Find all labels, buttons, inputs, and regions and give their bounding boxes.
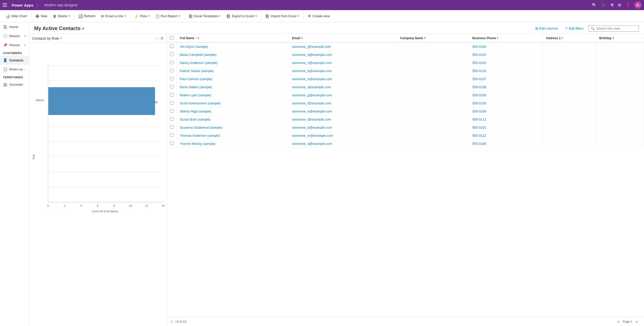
chart-title-dropdown-icon[interactable]: ▾ — [60, 37, 62, 40]
cell-full-name[interactable]: Susanna Stubberod (sample) — [177, 124, 289, 132]
email-col-dropdown-icon[interactable]: ▾ — [301, 37, 302, 39]
sidebar-item-modern-app[interactable]: 📋 Modern app designe... — [0, 65, 29, 74]
cell-full-name[interactable]: Nancy Anderson (sample) — [177, 59, 289, 67]
row-checkbox-2[interactable] — [170, 61, 173, 64]
flow-button[interactable]: ⚡ Flow ▾ — [132, 13, 152, 19]
cell-business-phone[interactable]: 555-0104 — [469, 107, 543, 115]
col-birthday[interactable]: Birthday ▾ — [596, 34, 644, 42]
cell-full-name[interactable]: Rene Valdes (sample) — [177, 83, 289, 91]
next-page-button[interactable]: ▶ — [634, 319, 640, 324]
row-checkbox-cell[interactable] — [167, 124, 177, 132]
birthday-col-dropdown-icon[interactable]: ▾ — [613, 37, 614, 39]
import-excel-button[interactable]: 📗 Import from Excel ▾ — [263, 13, 302, 19]
chart-menu-button[interactable]: ⋯ — [155, 36, 159, 41]
cell-email[interactable]: someone_a@example.com — [289, 140, 397, 148]
cell-business-phone[interactable]: 555-0111 — [469, 115, 543, 124]
edit-filters-button[interactable]: ▽ Edit filters — [563, 26, 585, 31]
cell-full-name[interactable]: Susan Burk (sample) — [177, 115, 289, 124]
cell-email[interactable]: someone_e@example.com — [289, 107, 397, 115]
cell-business-phone[interactable]: 555-0103 — [469, 51, 543, 59]
cell-full-name[interactable]: Thomas Andersen (sample) — [177, 132, 289, 140]
filter-icon[interactable]: ⚗ — [610, 3, 614, 8]
view-title-dropdown-icon[interactable]: ▾ — [82, 27, 84, 31]
select-all-checkbox-header[interactable] — [167, 34, 177, 42]
select-all-checkbox[interactable] — [170, 36, 173, 39]
run-report-button[interactable]: 📋 Run Report ▾ — [153, 13, 183, 19]
edit-columns-button[interactable]: ⊞ Edit columns — [533, 26, 560, 31]
sidebar-item-recent[interactable]: 🕐 Recent ▾ — [0, 31, 29, 40]
cell-full-name[interactable]: Jim Glynn (sample) — [177, 42, 289, 51]
refresh-button[interactable]: 🔄 Refresh — [76, 13, 98, 19]
col-business-phone[interactable]: Business Phone ▾ — [469, 34, 543, 42]
add-icon[interactable]: ➕ — [601, 3, 606, 8]
cell-email[interactable]: someone_j@example.com — [289, 42, 397, 51]
row-checkbox-4[interactable] — [170, 77, 173, 80]
cell-email[interactable]: someone_f@example.com — [289, 99, 397, 107]
row-checkbox-12[interactable] — [170, 142, 173, 145]
row-checkbox-1[interactable] — [170, 53, 173, 56]
cell-full-name[interactable]: Scott Konersmann (sample) — [177, 99, 289, 107]
cell-full-name[interactable]: Paul Cannon (sample) — [177, 75, 289, 83]
col-dropdown-icon[interactable]: ▾ — [197, 37, 199, 39]
cell-full-name[interactable]: Yvonne McKay (sample) — [177, 140, 289, 148]
avatar[interactable]: JL — [634, 2, 641, 9]
row-checkbox-9[interactable] — [170, 117, 173, 121]
row-checkbox-6[interactable] — [170, 93, 173, 97]
delete-button[interactable]: 🗑 Delete ▾ — [50, 13, 73, 19]
cell-full-name[interactable]: Sidney Higa (sample) — [177, 107, 289, 115]
row-checkbox-8[interactable] — [170, 109, 173, 113]
sidebar-item-pinned[interactable]: 📌 Pinned ▾ — [0, 40, 29, 50]
row-checkbox-cell[interactable] — [167, 107, 177, 115]
cell-business-phone[interactable]: 555-0110 — [469, 67, 543, 75]
cell-business-phone[interactable]: 555-0102 — [469, 59, 543, 67]
row-checkbox-cell[interactable] — [167, 59, 177, 67]
row-checkbox-cell[interactable] — [167, 132, 177, 140]
row-checkbox-5[interactable] — [170, 85, 173, 88]
cell-business-phone[interactable]: 555-0109 — [469, 42, 543, 51]
search-input[interactable] — [596, 27, 637, 30]
cell-email[interactable]: someone_d@example.com — [289, 51, 397, 59]
export-excel-button[interactable]: 📗 Export to Excel ▾ — [224, 13, 259, 19]
row-checkbox-7[interactable] — [170, 101, 173, 105]
cell-email[interactable]: someone_i@example.com — [289, 83, 397, 91]
row-checkbox-cell[interactable] — [167, 91, 177, 99]
row-checkbox-3[interactable] — [170, 69, 173, 72]
excel-templates-button[interactable]: 📗 Excel Templates ▾ — [186, 13, 223, 19]
row-checkbox-cell[interactable] — [167, 67, 177, 75]
search-box[interactable]: 🔍 — [588, 25, 639, 32]
col-email[interactable]: Email ▾ — [289, 34, 397, 42]
cell-full-name[interactable]: Maria Campbell (sample) — [177, 51, 289, 59]
phone-col-dropdown-icon[interactable]: ▾ — [497, 37, 498, 39]
create-view-button[interactable]: 👁 Create view — [305, 13, 332, 19]
sidebar-item-home[interactable]: 🏠 Home — [0, 22, 29, 31]
row-checkbox-cell[interactable] — [167, 42, 177, 51]
cell-email[interactable]: someone_m@example.com — [289, 132, 397, 140]
row-checkbox-cell[interactable] — [167, 99, 177, 107]
col-company-name[interactable]: Company Name ▾ — [397, 34, 469, 42]
sidebar-item-accounts[interactable]: 🏢 Accounts — [0, 80, 29, 89]
cell-email[interactable]: someone_k@example.com — [289, 67, 397, 75]
cell-business-phone[interactable]: 555-0112 — [469, 132, 543, 140]
row-checkbox-0[interactable] — [170, 44, 173, 48]
cell-business-phone[interactable]: 555-0101 — [469, 124, 543, 132]
row-checkbox-cell[interactable] — [167, 83, 177, 91]
chart-close-button[interactable]: ✕ — [160, 36, 164, 41]
hide-chart-button[interactable]: 📊 Hide Chart — [3, 13, 29, 19]
search-icon[interactable]: 🔍 — [592, 3, 597, 8]
row-checkbox-cell[interactable] — [167, 115, 177, 124]
cell-full-name[interactable]: Patrick Sands (sample) — [177, 67, 289, 75]
help-icon[interactable]: ❓ — [625, 3, 630, 8]
row-checkbox-cell[interactable] — [167, 140, 177, 148]
cell-business-phone[interactable]: 555-0107 — [469, 75, 543, 83]
cell-email[interactable]: someone_h@example.com — [289, 75, 397, 83]
col-address1[interactable]: Address 1 ▾ — [543, 34, 596, 42]
cell-business-phone[interactable]: 555-0105 — [469, 99, 543, 107]
row-checkbox-cell[interactable] — [167, 51, 177, 59]
cell-email[interactable]: someone_b@example.com — [289, 124, 397, 132]
address-col-dropdown-icon[interactable]: ▾ — [562, 37, 563, 39]
row-checkbox-10[interactable] — [170, 125, 173, 129]
cell-email[interactable]: someone_c@example.com — [289, 59, 397, 67]
cell-full-name[interactable]: Robert Lyon (sample) — [177, 91, 289, 99]
cell-business-phone[interactable]: 555-0108 — [469, 83, 543, 91]
company-col-dropdown-icon[interactable]: ▾ — [424, 37, 426, 39]
